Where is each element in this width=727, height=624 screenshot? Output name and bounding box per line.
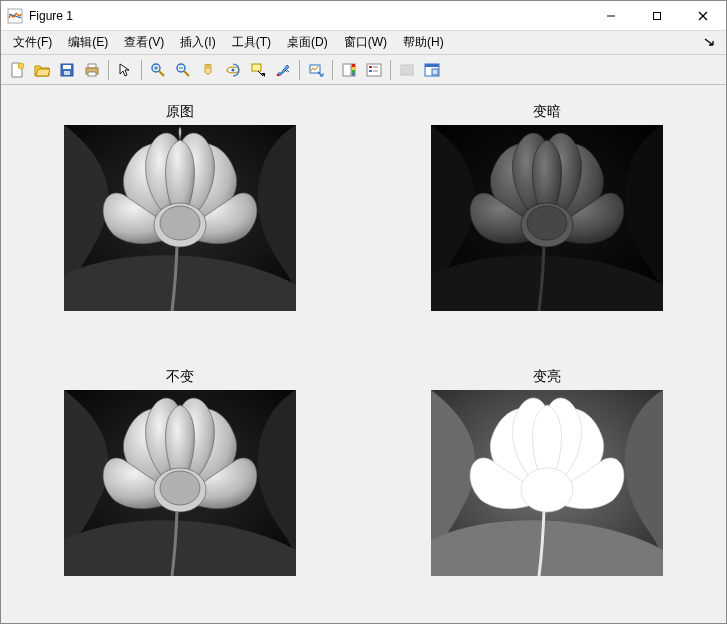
svg-rect-30 xyxy=(369,66,372,68)
subplot-image xyxy=(431,125,663,311)
subplot-title: 不变 xyxy=(166,368,194,386)
menu-help[interactable]: 帮助(H) xyxy=(395,31,452,54)
svg-rect-27 xyxy=(352,67,355,70)
close-button[interactable] xyxy=(680,1,726,30)
edit-plot-button[interactable] xyxy=(113,58,137,82)
subplot-title: 原图 xyxy=(166,103,194,121)
subplot-image xyxy=(64,390,296,576)
svg-point-20 xyxy=(232,68,235,71)
svg-rect-2 xyxy=(654,12,661,19)
menubar: 文件(F) 编辑(E) 查看(V) 插入(I) 工具(T) 桌面(D) 窗口(W… xyxy=(1,31,726,55)
svg-point-48 xyxy=(521,468,573,512)
subplot-title: 变暗 xyxy=(533,103,561,121)
subplot-image xyxy=(64,125,296,311)
zoom-out-button[interactable] xyxy=(171,58,195,82)
svg-rect-32 xyxy=(369,70,372,72)
hide-plot-tools-button[interactable] xyxy=(395,58,419,82)
menu-tools[interactable]: 工具(T) xyxy=(224,31,279,54)
figure-area: 原图 xyxy=(1,85,726,623)
svg-rect-36 xyxy=(425,64,439,67)
menu-expand-icon[interactable] xyxy=(698,35,722,51)
svg-line-17 xyxy=(184,71,189,76)
window-title: Figure 1 xyxy=(29,9,73,23)
maximize-button[interactable] xyxy=(634,1,680,30)
svg-point-40 xyxy=(160,206,200,240)
rotate3d-button[interactable] xyxy=(221,58,245,82)
dock-figure-button[interactable] xyxy=(420,58,444,82)
data-cursor-button[interactable] xyxy=(246,58,270,82)
menu-window[interactable]: 窗口(W) xyxy=(336,31,395,54)
svg-rect-26 xyxy=(352,64,355,67)
open-file-button[interactable] xyxy=(30,58,54,82)
subplot-image xyxy=(431,390,663,576)
svg-line-13 xyxy=(159,71,164,76)
subplot-darker: 变暗 xyxy=(431,103,663,311)
svg-rect-11 xyxy=(88,72,96,76)
subplot-title: 变亮 xyxy=(533,368,561,386)
subplot-brighter: 变亮 xyxy=(431,368,663,576)
window-controls xyxy=(588,1,726,30)
pan-button[interactable] xyxy=(196,58,220,82)
menu-view[interactable]: 查看(V) xyxy=(116,31,172,54)
subplot-grid: 原图 xyxy=(41,103,686,593)
zoom-in-button[interactable] xyxy=(146,58,170,82)
menu-file[interactable]: 文件(F) xyxy=(5,31,60,54)
svg-rect-7 xyxy=(63,65,71,69)
svg-point-5 xyxy=(18,63,24,69)
svg-point-22 xyxy=(277,73,280,76)
insert-legend-button[interactable] xyxy=(362,58,386,82)
app-icon xyxy=(7,8,23,24)
insert-colorbar-button[interactable] xyxy=(337,58,361,82)
titlebar: Figure 1 xyxy=(1,1,726,31)
svg-rect-8 xyxy=(64,71,70,75)
toolbar xyxy=(1,55,726,85)
brush-button[interactable] xyxy=(271,58,295,82)
svg-rect-37 xyxy=(432,69,438,75)
svg-point-43 xyxy=(527,206,567,240)
svg-rect-28 xyxy=(352,70,355,73)
svg-rect-34 xyxy=(401,65,413,75)
menu-edit[interactable]: 编辑(E) xyxy=(60,31,116,54)
subplot-unchanged: 不变 xyxy=(64,368,296,576)
menu-desktop[interactable]: 桌面(D) xyxy=(279,31,336,54)
svg-point-46 xyxy=(160,471,200,505)
subplot-original: 原图 xyxy=(64,103,296,311)
svg-rect-9 xyxy=(88,64,96,68)
save-button[interactable] xyxy=(55,58,79,82)
print-button[interactable] xyxy=(80,58,104,82)
svg-rect-24 xyxy=(343,64,351,76)
minimize-button[interactable] xyxy=(588,1,634,30)
svg-rect-21 xyxy=(252,64,261,71)
new-figure-button[interactable] xyxy=(5,58,29,82)
menu-insert[interactable]: 插入(I) xyxy=(172,31,223,54)
link-plot-button[interactable] xyxy=(304,58,328,82)
